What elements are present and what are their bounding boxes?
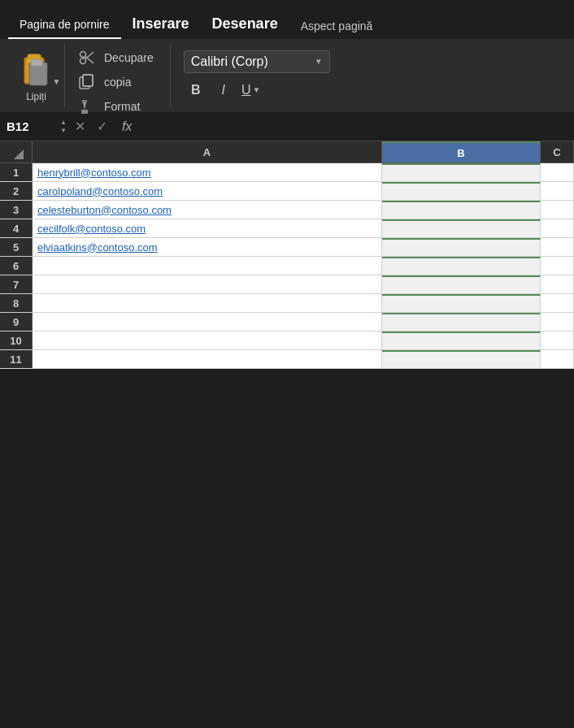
tab-desenare[interactable]: Desenare: [201, 9, 289, 39]
cell-a9[interactable]: [33, 313, 382, 331]
table-row: 3 celesteburton@contoso.com: [0, 201, 574, 219]
col-header-b[interactable]: B: [382, 141, 541, 162]
paste-button[interactable]: ▼: [19, 49, 54, 89]
font-group: Calibri (Corp) ▼ B I U ▼: [171, 44, 343, 107]
cell-a4[interactable]: cecilfolk@contoso.com: [33, 219, 382, 237]
cell-b4[interactable]: [382, 219, 541, 237]
bold-button[interactable]: B: [184, 79, 208, 102]
table-row: 1 henrybrill@contoso.com: [0, 163, 574, 182]
cell-b5[interactable]: [382, 238, 541, 256]
cell-a2[interactable]: carolpoland@contoso.com: [33, 182, 382, 200]
cell-b9[interactable]: [382, 313, 541, 331]
spreadsheet-grid: A B C 1 henrybrill@contoso.com 2 carolpo…: [0, 141, 574, 369]
cell-a3[interactable]: celesteburton@contoso.com: [33, 201, 382, 219]
cell-b10[interactable]: [382, 332, 541, 349]
paste-group: ▼ Lipiți: [8, 44, 65, 107]
cell-b2[interactable]: [382, 182, 541, 200]
row-number-8: 8: [0, 294, 33, 312]
cell-a1[interactable]: henrybrill@contoso.com: [33, 163, 382, 181]
select-all-icon: [14, 150, 24, 159]
col-header-a[interactable]: A: [33, 141, 382, 162]
table-row: 5 elviaatkins@contoso.com: [0, 238, 574, 257]
cell-b3[interactable]: [382, 201, 541, 219]
col-header-c[interactable]: C: [541, 141, 574, 162]
tab-aspect-pagina[interactable]: Aspect pagină: [289, 13, 385, 39]
paste-label: Lipiți: [26, 91, 46, 102]
table-row: 4 cecilfolk@contoso.com: [0, 219, 574, 238]
ribbon-content: ▼ Lipiți Decupare: [0, 39, 574, 112]
cell-c6[interactable]: [541, 257, 574, 275]
cell-a6[interactable]: [33, 257, 382, 275]
copia-label: copia: [104, 76, 131, 89]
email-link-3[interactable]: celesteburton@contoso.com: [37, 204, 172, 216]
copy-icon: [78, 73, 96, 91]
cell-a10[interactable]: [33, 332, 382, 349]
confirm-formula-button[interactable]: ✓: [93, 119, 111, 134]
table-row: 11: [0, 350, 574, 369]
underline-dropdown-icon: ▼: [253, 85, 261, 94]
clipboard-group: Decupare copia: [65, 44, 171, 107]
tab-bar: Pagina de pornire Inserare Desenare Aspe…: [0, 0, 574, 39]
italic-button[interactable]: I: [211, 79, 236, 102]
svg-line-8: [85, 56, 94, 63]
tab-pagina-de-pornire[interactable]: Pagina de pornire: [8, 11, 121, 39]
grid-body: 1 henrybrill@contoso.com 2 carolpoland@c…: [0, 163, 574, 369]
cell-c8[interactable]: [541, 294, 574, 312]
table-row: 9: [0, 313, 574, 332]
paintbrush-icon: [78, 98, 96, 115]
email-link-4[interactable]: cecilfolk@contoso.com: [37, 223, 146, 235]
cell-nav-arrows[interactable]: ▲ ▼: [60, 119, 67, 134]
row-number-5: 5: [0, 238, 33, 256]
cell-c3[interactable]: [541, 201, 574, 219]
cell-c7[interactable]: [541, 275, 574, 293]
underline-button[interactable]: U ▼: [239, 79, 263, 102]
copia-button[interactable]: copia: [75, 72, 157, 93]
cell-c5[interactable]: [541, 238, 574, 256]
row-number-11: 11: [0, 350, 33, 368]
table-row: 10: [0, 332, 574, 350]
cell-c1[interactable]: [541, 163, 574, 181]
row-number-4: 4: [0, 219, 33, 237]
cell-b6[interactable]: [382, 257, 541, 275]
cell-a11[interactable]: [33, 350, 382, 368]
row-number-7: 7: [0, 275, 33, 293]
font-style-row: B I U ▼: [184, 79, 330, 102]
insert-function-button[interactable]: fx: [115, 119, 138, 134]
table-row: 7: [0, 275, 574, 294]
font-dropdown-icon: ▼: [315, 57, 323, 66]
scissors-icon: [78, 49, 96, 67]
svg-rect-12: [81, 110, 88, 114]
cell-c9[interactable]: [541, 313, 574, 331]
cell-c11[interactable]: [541, 350, 574, 368]
tab-inserare[interactable]: Inserare: [121, 9, 201, 39]
email-link-5[interactable]: elviaatkins@contoso.com: [37, 241, 158, 254]
corner-cell[interactable]: [0, 141, 33, 162]
cell-b7[interactable]: [382, 275, 541, 293]
email-link-1[interactable]: henrybrill@contoso.com: [37, 167, 151, 179]
arrow-down-icon[interactable]: ▼: [60, 127, 67, 135]
svg-rect-4: [31, 59, 42, 66]
cell-c10[interactable]: [541, 332, 574, 349]
cancel-formula-button[interactable]: ✕: [72, 119, 89, 134]
cell-reference: B12: [7, 119, 55, 133]
row-number-9: 9: [0, 313, 33, 331]
font-name-selector[interactable]: Calibri (Corp) ▼: [184, 50, 330, 73]
decupare-button[interactable]: Decupare: [75, 47, 157, 68]
arrow-up-icon[interactable]: ▲: [60, 119, 67, 127]
svg-rect-10: [83, 75, 93, 86]
cell-b8[interactable]: [382, 294, 541, 312]
decupare-label: Decupare: [104, 51, 154, 64]
row-number-1: 1: [0, 163, 33, 181]
email-link-2[interactable]: carolpoland@contoso.com: [37, 185, 163, 197]
cell-b1[interactable]: [382, 163, 541, 181]
cell-a7[interactable]: [33, 275, 382, 293]
cell-c4[interactable]: [541, 219, 574, 237]
cell-c2[interactable]: [541, 182, 574, 200]
table-row: 6: [0, 257, 574, 275]
cell-a8[interactable]: [33, 294, 382, 312]
cell-b11[interactable]: [382, 350, 541, 368]
table-row: 2 carolpoland@contoso.com: [0, 182, 574, 201]
cell-a5[interactable]: elviaatkins@contoso.com: [33, 238, 382, 256]
row-number-6: 6: [0, 257, 33, 275]
format-button[interactable]: Format: [75, 96, 157, 117]
